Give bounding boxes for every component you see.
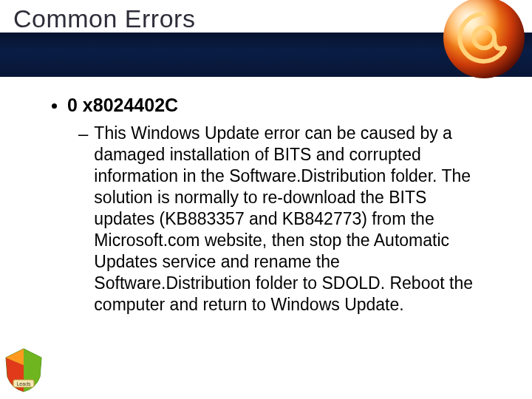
error-description: This Windows Update error can be caused … [94, 123, 483, 316]
bullet-level2: – This Windows Update error can be cause… [78, 123, 483, 316]
bullet-dot-icon [52, 103, 57, 109]
leads-badge-icon: Leads [3, 347, 44, 393]
svg-point-1 [443, 0, 525, 78]
dash-icon: – [78, 123, 88, 145]
slide-title: Common Errors [13, 4, 195, 33]
at-sign-icon [440, 0, 528, 81]
badge-label: Leads [16, 381, 31, 386]
error-code: 0 x8024402C [67, 95, 178, 116]
slide: Common Errors [0, 0, 532, 399]
bullet-level1: 0 x8024402C [52, 95, 488, 116]
